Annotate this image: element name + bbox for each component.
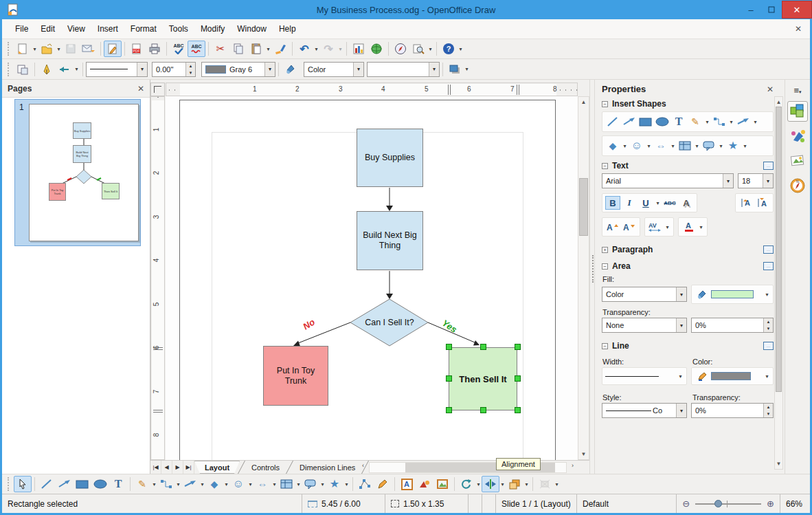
paragraph-dialog-launcher-icon[interactable]: … [763, 245, 774, 254]
cut-icon[interactable]: ✂ [212, 41, 229, 57]
basic-shapes-dropdown-icon[interactable]: ▾ [223, 481, 229, 487]
pages-close-icon[interactable]: ✕ [137, 84, 144, 94]
strikethrough-button[interactable]: ABC [662, 196, 677, 210]
print-button[interactable] [146, 41, 163, 57]
autospellcheck-button[interactable]: ABC [188, 41, 205, 57]
connector-tool[interactable] [157, 476, 175, 492]
basic-shapes-icon[interactable]: ◆ [605, 139, 620, 153]
drawing-surface[interactable]: Buy Supplies Build Next Big Thing Can I … [166, 96, 578, 460]
vertical-scroll-thumb[interactable] [579, 178, 588, 236]
block-arrows-dropdown-icon[interactable]: ▾ [271, 481, 278, 487]
decrease-spacing-icon[interactable]: A [755, 196, 770, 210]
star-shapes-icon[interactable]: ★ [725, 139, 741, 153]
sidebar-tab-properties[interactable] [787, 101, 808, 122]
decrease-font-icon[interactable]: A [622, 220, 637, 234]
slide-indicator-cell[interactable]: Slide 1 / 1 (Layout) [496, 494, 577, 513]
toolbar-grip[interactable] [8, 42, 11, 56]
selection-handle[interactable] [515, 407, 521, 413]
alignment-button[interactable] [482, 476, 499, 492]
save-button[interactable] [62, 41, 80, 57]
sidebar-tab-gallery[interactable] [787, 126, 808, 146]
new-dropdown-icon[interactable]: ▾ [32, 46, 38, 52]
arrow-tool[interactable] [56, 476, 74, 492]
font-color-dropdown-icon[interactable]: ▾ [698, 224, 704, 230]
block-arrows-tool[interactable]: ⇔ [253, 476, 271, 492]
export-pdf-button[interactable]: PDF [128, 41, 146, 57]
insert-text-icon[interactable]: T [671, 115, 686, 129]
collapse-icon[interactable]: − [602, 263, 608, 270]
open-button[interactable] [38, 41, 56, 57]
help-icon[interactable]: ? [440, 41, 458, 57]
prev-page-icon[interactable]: ◀ [161, 461, 172, 474]
hscroll-left-icon[interactable]: ‹ [358, 462, 368, 473]
scroll-down-icon[interactable]: ▼ [775, 459, 782, 469]
basic-shapes-dropdown-icon[interactable]: ▾ [622, 143, 628, 149]
line-dialog-button[interactable] [38, 61, 56, 78]
open-dropdown-icon[interactable]: ▾ [56, 46, 62, 52]
menu-help[interactable]: Help [273, 21, 302, 36]
symbol-shapes-tool[interactable]: ☺ [229, 476, 247, 492]
selection-handle[interactable] [446, 344, 452, 350]
selection-handle[interactable] [480, 344, 486, 350]
flowchart-node-buy-supplies[interactable]: Buy Supplies [357, 129, 423, 187]
lines-arrows-icon[interactable] [736, 115, 751, 129]
collapse-icon[interactable]: − [602, 163, 608, 169]
flowchart-shapes-dropdown-icon[interactable]: ▾ [694, 143, 700, 149]
connector-icon[interactable] [712, 115, 727, 129]
curve-tool-dropdown-icon[interactable]: ▾ [151, 481, 157, 487]
text-shadow-button[interactable]: A [679, 196, 694, 210]
area-dialog-button[interactable] [282, 61, 300, 78]
zoom-percent[interactable]: 66% [780, 494, 810, 513]
flowchart-node-then-sell-it[interactable]: Then Sell It [449, 347, 517, 410]
first-page-icon[interactable]: |◀ [150, 461, 161, 474]
paste-dropdown-icon[interactable]: ▾ [265, 46, 271, 52]
selection-handle[interactable] [515, 344, 521, 350]
lines-arrows-dropdown-icon[interactable]: ▾ [752, 119, 758, 125]
fill-color-select[interactable]: ▾ [367, 62, 440, 77]
insert-arrow-icon[interactable] [622, 115, 637, 129]
spellcheck-button[interactable]: ABC [170, 41, 188, 57]
font-name-select[interactable]: Arial▾ [602, 173, 734, 188]
line-dialog-launcher-icon[interactable]: … [763, 342, 774, 350]
area-fill-type-select[interactable]: Color▾ [602, 287, 687, 302]
line-style-select[interactable]: ▾ [86, 62, 148, 77]
selection-handle[interactable] [446, 375, 452, 382]
arrow-style-dropdown-icon[interactable]: ▾ [74, 66, 80, 72]
italic-button[interactable]: I [622, 196, 637, 210]
close-button[interactable]: ✕ [782, 1, 812, 19]
line-style-select[interactable]: Co▾ [602, 403, 687, 418]
toolbar-options-icon[interactable]: ▾ [554, 481, 560, 487]
font-size-select[interactable]: 18▾ [738, 173, 774, 188]
menu-format[interactable]: Format [124, 21, 163, 36]
block-arrows-dropdown-icon[interactable]: ▾ [670, 143, 676, 149]
expand-icon[interactable]: + [602, 247, 608, 253]
menu-edit[interactable]: Edit [34, 21, 61, 36]
basic-shapes-tool[interactable]: ◆ [205, 476, 223, 492]
line-tool[interactable] [38, 476, 56, 492]
flowchart-dropdown-icon[interactable]: ▾ [295, 481, 302, 487]
gallery-button[interactable] [433, 476, 451, 492]
menu-view[interactable]: View [61, 21, 91, 36]
line-transparency-spinner[interactable]: 0%▲▼ [691, 403, 774, 418]
arrange-dropdown-icon[interactable]: ▾ [523, 481, 530, 487]
insert-rectangle-icon[interactable] [638, 115, 653, 129]
zoom-in-icon[interactable]: ⊕ [767, 498, 774, 509]
fill-type-select[interactable]: Color▾ [304, 62, 364, 77]
page-style-cell[interactable]: Default [577, 494, 677, 513]
selection-handle[interactable] [446, 407, 452, 413]
flowchart-tool[interactable] [278, 476, 295, 492]
bold-button[interactable]: B [605, 196, 620, 210]
clone-formatting-button[interactable] [271, 41, 289, 57]
menu-file[interactable]: File [9, 21, 34, 36]
rotate-button[interactable] [458, 476, 475, 492]
zoom-dropdown-icon[interactable]: ▾ [427, 46, 433, 52]
minimize-button[interactable]: – [741, 1, 761, 19]
last-page-icon[interactable]: ▶| [183, 461, 194, 474]
redo-dropdown-icon[interactable]: ▾ [337, 46, 343, 52]
tab-dimension-lines[interactable]: Dimension Lines [291, 461, 363, 474]
sidebar-settings-icon[interactable]: ≡▾ [793, 85, 801, 96]
insert-image-button[interactable] [416, 476, 433, 492]
zoom-slider-thumb[interactable] [714, 500, 722, 507]
arrange-button[interactable] [506, 476, 523, 492]
toolbar-grip[interactable] [8, 477, 11, 491]
